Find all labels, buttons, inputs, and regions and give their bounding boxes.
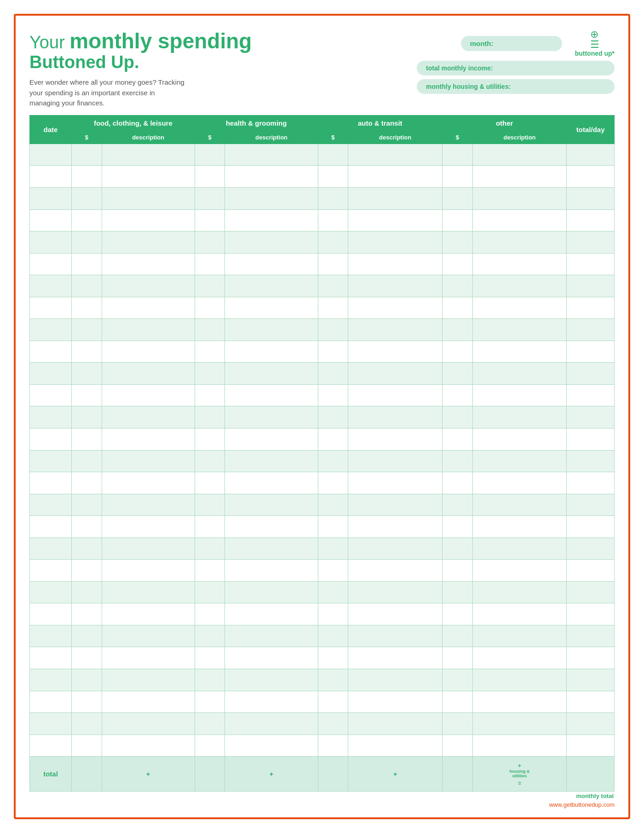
cell-row3-col7[interactable]	[442, 209, 472, 231]
cell-row9-col4[interactable]	[225, 341, 318, 363]
cell-row4-col3[interactable]	[195, 231, 225, 254]
cell-row25-col4[interactable]	[225, 691, 318, 713]
cell-row9-col6[interactable]	[348, 341, 443, 363]
cell-row12-col8[interactable]	[472, 406, 567, 428]
cell-row26-col1[interactable]	[71, 713, 102, 735]
cell-row25-col7[interactable]	[442, 691, 472, 713]
cell-row0-col7[interactable]	[442, 144, 472, 166]
cell-row4-col4[interactable]	[225, 231, 318, 254]
cell-row8-col1[interactable]	[71, 319, 102, 341]
cell-row2-col6[interactable]	[348, 187, 443, 209]
cell-row11-col7[interactable]	[442, 384, 472, 406]
cell-row4-col7[interactable]	[442, 231, 472, 254]
cell-row26-col3[interactable]	[195, 713, 225, 735]
cell-row26-col5[interactable]	[318, 713, 348, 735]
cell-row26-col4[interactable]	[225, 713, 318, 735]
cell-row1-col4[interactable]	[225, 166, 318, 188]
cell-row13-col6[interactable]	[348, 428, 443, 451]
cell-row0-col9[interactable]	[567, 144, 615, 166]
cell-row6-col3[interactable]	[195, 275, 225, 297]
cell-row6-col0[interactable]	[30, 275, 72, 297]
cell-row17-col6[interactable]	[348, 516, 443, 538]
cell-row23-col5[interactable]	[318, 647, 348, 669]
cell-row8-col8[interactable]	[472, 319, 567, 341]
cell-row1-col7[interactable]	[442, 166, 472, 188]
cell-row1-col2[interactable]	[102, 166, 195, 188]
cell-row10-col7[interactable]	[442, 363, 472, 385]
cell-row23-col0[interactable]	[30, 647, 72, 669]
cell-row25-col5[interactable]	[318, 691, 348, 713]
cell-row8-col0[interactable]	[30, 319, 72, 341]
cell-row25-col8[interactable]	[472, 691, 567, 713]
cell-row15-col6[interactable]	[348, 472, 443, 494]
cell-row5-col3[interactable]	[195, 253, 225, 275]
cell-row0-col1[interactable]	[71, 144, 102, 166]
cell-row16-col8[interactable]	[472, 494, 567, 516]
cell-row5-col0[interactable]	[30, 253, 72, 275]
cell-row5-col1[interactable]	[71, 253, 102, 275]
cell-row4-col9[interactable]	[567, 231, 615, 254]
cell-row21-col6[interactable]	[348, 603, 443, 625]
cell-row2-col8[interactable]	[472, 187, 567, 209]
cell-row21-col3[interactable]	[195, 603, 225, 625]
cell-row11-col4[interactable]	[225, 384, 318, 406]
cell-row17-col0[interactable]	[30, 516, 72, 538]
cell-row24-col4[interactable]	[225, 669, 318, 691]
cell-row8-col9[interactable]	[567, 319, 615, 341]
cell-row0-col8[interactable]	[472, 144, 567, 166]
cell-row18-col9[interactable]	[567, 538, 615, 560]
cell-row20-col4[interactable]	[225, 581, 318, 603]
cell-row14-col7[interactable]	[442, 450, 472, 472]
cell-row12-col7[interactable]	[442, 406, 472, 428]
cell-row15-col2[interactable]	[102, 472, 195, 494]
cell-row2-col7[interactable]	[442, 187, 472, 209]
cell-row13-col5[interactable]	[318, 428, 348, 451]
cell-row24-col8[interactable]	[472, 669, 567, 691]
cell-row22-col4[interactable]	[225, 625, 318, 647]
cell-row14-col2[interactable]	[102, 450, 195, 472]
cell-row15-col4[interactable]	[225, 472, 318, 494]
cell-row15-col7[interactable]	[442, 472, 472, 494]
cell-row21-col5[interactable]	[318, 603, 348, 625]
cell-row3-col9[interactable]	[567, 209, 615, 231]
cell-row15-col5[interactable]	[318, 472, 348, 494]
cell-row18-col5[interactable]	[318, 538, 348, 560]
cell-row16-col5[interactable]	[318, 494, 348, 516]
cell-row3-col5[interactable]	[318, 209, 348, 231]
cell-row13-col3[interactable]	[195, 428, 225, 451]
cell-row1-col8[interactable]	[472, 166, 567, 188]
cell-row27-col1[interactable]	[71, 735, 102, 757]
cell-row2-col5[interactable]	[318, 187, 348, 209]
cell-row20-col8[interactable]	[472, 581, 567, 603]
cell-row23-col7[interactable]	[442, 647, 472, 669]
cell-row14-col5[interactable]	[318, 450, 348, 472]
cell-row20-col5[interactable]	[318, 581, 348, 603]
cell-row21-col2[interactable]	[102, 603, 195, 625]
cell-row1-col0[interactable]	[30, 166, 72, 188]
cell-row6-col7[interactable]	[442, 275, 472, 297]
cell-row4-col6[interactable]	[348, 231, 443, 254]
cell-row19-col8[interactable]	[472, 560, 567, 582]
cell-row6-col2[interactable]	[102, 275, 195, 297]
cell-row2-col1[interactable]	[71, 187, 102, 209]
cell-row24-col7[interactable]	[442, 669, 472, 691]
cell-row7-col3[interactable]	[195, 297, 225, 319]
cell-row3-col8[interactable]	[472, 209, 567, 231]
cell-row16-col7[interactable]	[442, 494, 472, 516]
cell-row1-col1[interactable]	[71, 166, 102, 188]
cell-row27-col2[interactable]	[102, 735, 195, 757]
cell-row13-col9[interactable]	[567, 428, 615, 451]
cell-row0-col5[interactable]	[318, 144, 348, 166]
cell-row7-col4[interactable]	[225, 297, 318, 319]
cell-row11-col6[interactable]	[348, 384, 443, 406]
cell-row26-col8[interactable]	[472, 713, 567, 735]
cell-row18-col6[interactable]	[348, 538, 443, 560]
cell-row22-col8[interactable]	[472, 625, 567, 647]
cell-row23-col3[interactable]	[195, 647, 225, 669]
cell-row12-col4[interactable]	[225, 406, 318, 428]
cell-row17-col3[interactable]	[195, 516, 225, 538]
cell-row6-col5[interactable]	[318, 275, 348, 297]
cell-row20-col2[interactable]	[102, 581, 195, 603]
cell-row20-col1[interactable]	[71, 581, 102, 603]
cell-row23-col8[interactable]	[472, 647, 567, 669]
